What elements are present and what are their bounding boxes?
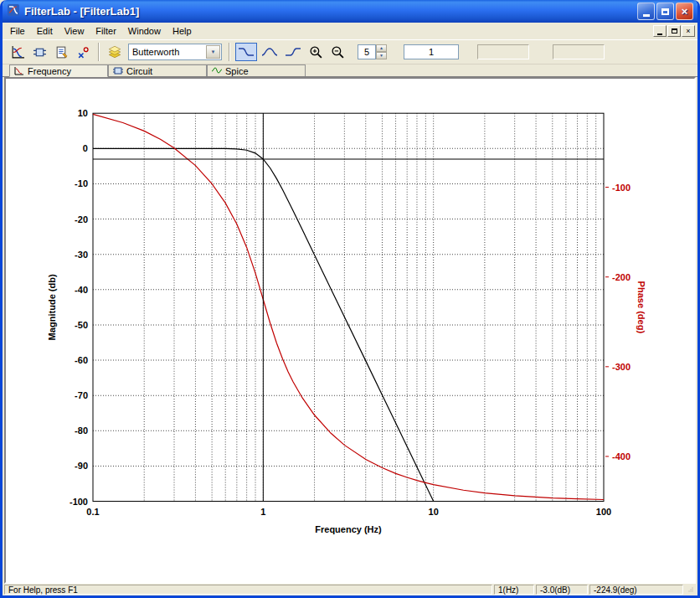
menu-window[interactable]: Window — [122, 24, 167, 38]
minimize-button[interactable] — [637, 3, 655, 20]
menu-help[interactable]: Help — [167, 24, 198, 38]
mdi-restore-button[interactable] — [667, 25, 681, 37]
svg-text:-200: -200 — [612, 272, 631, 282]
svg-text:-20: -20 — [75, 214, 88, 224]
svg-text:-50: -50 — [75, 320, 88, 330]
resize-grip-icon — [688, 585, 693, 595]
frequency-plot-icon — [11, 45, 25, 59]
disabled-field-1 — [477, 44, 529, 59]
svg-text:-60: -60 — [75, 355, 88, 365]
highpass-icon — [285, 46, 301, 58]
svg-text:Magnitude (db): Magnitude (db) — [47, 274, 57, 340]
window-title: FilterLab - [FilterLab1] — [24, 5, 633, 18]
svg-text:0: 0 — [83, 143, 88, 153]
toolbar-separator — [98, 43, 100, 61]
svg-text:-30: -30 — [75, 250, 88, 260]
menu-filter[interactable]: Filter — [90, 24, 121, 38]
status-cursor-phase: -224.9(deg) — [589, 585, 683, 595]
circuit-icon — [33, 45, 47, 59]
toolbar-separator — [229, 43, 230, 61]
pole-zero-icon — [76, 45, 90, 59]
spice-tab-icon — [212, 66, 222, 75]
maximize-icon — [661, 8, 669, 15]
mdi-minimize-button[interactable] — [653, 25, 667, 37]
svg-text:-100: -100 — [69, 497, 88, 507]
status-cursor-frequency: 1(Hz) — [494, 585, 534, 595]
maximize-button[interactable] — [656, 3, 674, 20]
svg-text:-90: -90 — [75, 461, 88, 471]
svg-text:-40: -40 — [75, 285, 88, 295]
svg-text:100: 100 — [596, 507, 611, 517]
menu-edit[interactable]: Edit — [31, 24, 59, 38]
svg-text:-100: -100 — [612, 183, 631, 193]
order-spinner: 5 ▲ ▼ — [358, 44, 387, 59]
menubar: File Edit View Filter Window Help × — [3, 23, 697, 39]
toolbar: Butterworth ▼ 5 ▲ ▼ — [3, 39, 697, 64]
zoom-in-icon — [309, 45, 323, 59]
mdi-close-button[interactable]: × — [682, 25, 695, 37]
bandpass-icon — [261, 46, 278, 58]
menu-file[interactable]: File — [4, 24, 31, 38]
svg-text:-80: -80 — [75, 425, 88, 436]
order-value[interactable]: 5 — [358, 44, 376, 59]
circuit-view-button[interactable] — [29, 42, 49, 62]
zoom-out-button[interactable] — [327, 42, 347, 62]
svg-text:0.1: 0.1 — [86, 507, 99, 517]
app-icon — [7, 3, 20, 19]
titlebar[interactable]: FilterLab - [FilterLab1] × — [3, 0, 697, 23]
spice-netlist-button[interactable] — [51, 42, 71, 62]
tab-circuit-label: Circuit — [126, 66, 152, 76]
statusbar: For Help, press F1 1(Hz) -3.0(dB) -224.9… — [3, 584, 697, 595]
svg-text:1: 1 — [260, 507, 265, 517]
svg-text:-70: -70 — [75, 390, 88, 400]
bode-plot[interactable]: 100-10-20-30-40-50-60-70-80-90-100-100-2… — [4, 77, 696, 584]
tab-spice[interactable]: Spice — [207, 64, 306, 76]
cutoff-frequency-input[interactable] — [404, 44, 459, 59]
zoom-in-button[interactable] — [306, 42, 326, 62]
spin-down-icon[interactable]: ▼ — [376, 52, 387, 59]
svg-text:Phase (deg): Phase (deg) — [636, 281, 646, 334]
status-cursor-magnitude: -3.0(dB) — [536, 585, 588, 595]
tab-strip: Frequency Circuit Spice — [3, 64, 697, 77]
minimize-icon — [643, 14, 650, 17]
lowpass-icon — [238, 46, 255, 58]
approximation-value: Butterworth — [129, 47, 206, 57]
lowpass-filter-button[interactable] — [235, 43, 257, 61]
zoom-out-icon — [331, 45, 345, 59]
filterlab-window: FilterLab - [FilterLab1] × File Edit Vie… — [0, 0, 700, 598]
design-wizard-icon — [107, 44, 122, 59]
pole-zero-button[interactable] — [73, 42, 93, 62]
bode-plot-svg: 100-10-20-30-40-50-60-70-80-90-100-100-2… — [6, 79, 694, 582]
tab-circuit[interactable]: Circuit — [108, 64, 207, 76]
svg-text:-10: -10 — [75, 178, 88, 188]
resize-grip[interactable] — [685, 585, 697, 595]
design-wizard-button[interactable] — [105, 42, 125, 62]
svg-text:10: 10 — [78, 108, 88, 118]
frequency-tab-icon — [14, 66, 24, 75]
spice-netlist-icon — [54, 45, 69, 59]
chevron-down-icon[interactable]: ▼ — [206, 45, 220, 59]
close-button[interactable]: × — [676, 3, 693, 20]
svg-text:10: 10 — [429, 507, 439, 517]
svg-text:Frequency (Hz): Frequency (Hz) — [315, 524, 382, 534]
close-icon: × — [682, 5, 688, 18]
highpass-filter-button[interactable] — [282, 43, 304, 61]
mdi-close-icon: × — [686, 28, 690, 35]
disabled-field-2 — [553, 44, 605, 59]
circuit-tab-icon — [113, 66, 123, 75]
bandpass-filter-button[interactable] — [259, 43, 281, 61]
menu-view[interactable]: View — [59, 24, 90, 38]
mdi-restore-icon — [672, 28, 677, 34]
mdi-minimize-icon — [657, 34, 662, 35]
status-help-text: For Help, press F1 — [4, 585, 492, 595]
frequency-plot-button[interactable] — [8, 42, 28, 62]
tab-spice-label: Spice — [225, 66, 249, 76]
spin-up-icon[interactable]: ▲ — [376, 44, 387, 52]
tab-frequency[interactable]: Frequency — [9, 64, 108, 77]
tab-frequency-label: Frequency — [28, 66, 71, 76]
svg-text:-400: -400 — [612, 451, 631, 461]
svg-text:-300: -300 — [612, 362, 631, 372]
approximation-select[interactable]: Butterworth ▼ — [128, 44, 222, 60]
